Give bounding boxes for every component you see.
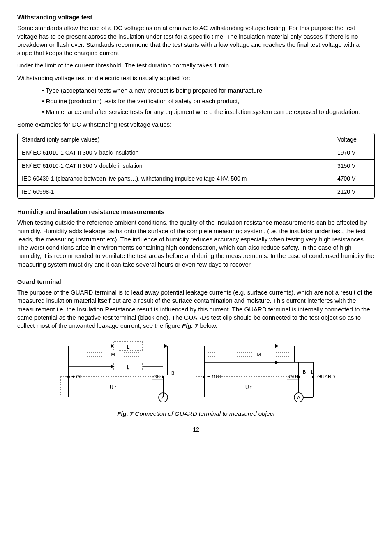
cell-voltage: 1970 V — [333, 146, 374, 159]
label-m: M — [257, 352, 261, 357]
cell-voltage: 3150 V — [333, 159, 374, 172]
cell-voltage: Voltage — [333, 133, 374, 146]
label-b: B — [303, 369, 306, 374]
paragraph: The purpose of the GUARD terminal is to … — [17, 288, 375, 330]
paragraph: When testing outside the reference ambie… — [17, 218, 375, 269]
label-a: A — [161, 395, 165, 400]
paragraph: Withstanding voltage test or dielectric … — [17, 74, 375, 82]
label-minus-out: -OUT — [287, 374, 300, 380]
cell-voltage: 4700 V — [333, 172, 374, 185]
heading-guard: Guard terminal — [17, 278, 375, 286]
table-row: IEC 60598-1 2120 V — [18, 185, 374, 198]
page-number: 12 — [17, 426, 375, 434]
cell-standard: IEC 60598-1 — [18, 185, 333, 198]
list-item: • Routine (production) tests for the ver… — [42, 97, 375, 105]
table-row: EN/IEC 61010-1 CAT II 300 V basic insula… — [18, 146, 374, 159]
paragraph: Some standards allow the use of a DC vol… — [17, 24, 375, 57]
figure-reference: Fig. 7 — [182, 322, 198, 329]
voltage-table: Standard (only sample values) Voltage EN… — [17, 133, 375, 199]
heading-humidity: Humidity and insulation resistance measu… — [17, 208, 375, 216]
label-ut: U t — [110, 385, 116, 390]
list-item-text: Maintenance and after service tests for … — [46, 108, 360, 115]
cell-standard: EN/IEC 61010-1 CAT II 300 V basic insula… — [18, 146, 333, 159]
cell-standard: EN/IEC 61010-1 CAT II 300 V double insul… — [18, 159, 333, 172]
table-row: Standard (only sample values) Voltage — [18, 133, 374, 146]
figure-label: Fig. 7 — [117, 410, 133, 417]
table-row: EN/IEC 61010-1 CAT II 300 V double insul… — [18, 159, 374, 172]
cell-standard: Standard (only sample values) — [18, 133, 333, 146]
table-row: IEC 60439-1 (clearance between live part… — [18, 172, 374, 185]
paragraph: Some examples for DC withstanding test v… — [17, 121, 375, 129]
list-item: • Type (acceptance) tests when a new pro… — [42, 86, 375, 95]
cell-standard: IEC 60439-1 (clearance between live part… — [18, 172, 333, 185]
label-l: L — [127, 344, 129, 349]
list-item-text: Routine (production) tests for the verif… — [46, 97, 239, 104]
label-ut: U t — [245, 385, 252, 390]
label-b: B — [171, 371, 174, 376]
list-item: • Maintenance and after service tests fo… — [42, 108, 375, 116]
bullet-list: • Type (acceptance) tests when a new pro… — [17, 86, 375, 116]
label-l: L — [127, 364, 129, 369]
cell-voltage: 2120 V — [333, 185, 374, 198]
paragraph: under the limit of the current threshold… — [17, 61, 375, 70]
guard-circuit-diagram: + OUT -OUT U t A L M L — [52, 336, 340, 406]
list-item-text: Type (acceptance) tests when a new produ… — [46, 87, 264, 94]
paragraph-text: below. — [198, 322, 217, 329]
figure-caption-text: Connection of GUARD terminal to measured… — [133, 410, 274, 417]
figure-caption: Fig. 7 Connection of GUARD terminal to m… — [17, 410, 375, 418]
figure-7: + OUT -OUT U t A L M L — [17, 336, 375, 418]
label-guard: GUARD — [317, 374, 335, 380]
heading-withstanding-voltage: Withstanding voltage test — [17, 13, 375, 21]
label-minus-out: -OUT — [152, 374, 164, 380]
label-a: A — [297, 395, 300, 400]
label-m: M — [111, 352, 115, 357]
